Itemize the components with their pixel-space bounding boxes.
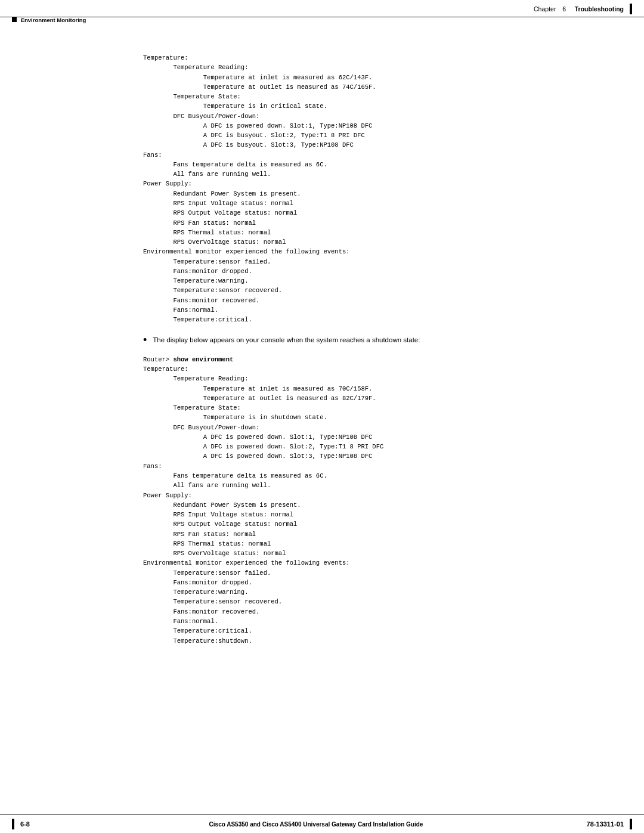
sidebar-square-icon [12, 17, 17, 22]
code-block-2: Router> show environment Temperature: Te… [143, 355, 608, 646]
header-chapter: Chapter 6 Troubleshooting [534, 5, 624, 13]
bullet-dot-icon: • [143, 333, 147, 347]
main-content: Temperature: Temperature Reading: Temper… [0, 17, 644, 715]
chapter-title: Troubleshooting [575, 5, 624, 13]
page-container: Chapter 6 Troubleshooting Environment Mo… [0, 0, 644, 833]
sidebar-label: Environment Monitoring [12, 17, 86, 23]
header-bar: Chapter 6 Troubleshooting [0, 0, 644, 17]
footer: 6-8 Cisco AS5350 and Cisco AS5400 Univer… [0, 815, 644, 833]
sidebar-section-text: Environment Monitoring [21, 17, 86, 23]
bullet-item: • The display below appears on your cons… [143, 335, 608, 347]
footer-page-num: 6-8 [20, 820, 56, 828]
footer-bar-left [12, 819, 14, 829]
bullet-text: The display below appears on your consol… [153, 335, 420, 345]
code-block-1: Temperature: Temperature Reading: Temper… [143, 53, 608, 324]
chapter-num: Chapter [534, 5, 556, 13]
header-right-bar [630, 4, 632, 14]
footer-center-text: Cisco AS5350 and Cisco AS5400 Universal … [56, 821, 576, 828]
footer-bar-right [630, 819, 632, 829]
footer-doc-num: 78-13311-01 [576, 820, 624, 828]
chapter-number-value: 6 [562, 5, 566, 13]
